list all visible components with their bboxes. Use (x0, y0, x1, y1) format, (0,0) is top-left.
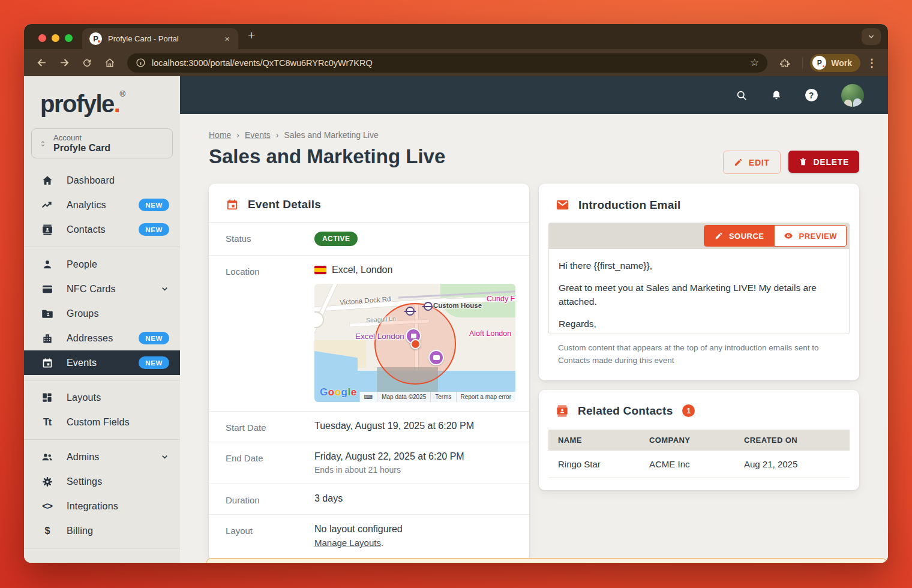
profile-chip[interactable]: P Work (810, 54, 860, 72)
duration-label: Duration (226, 493, 314, 505)
right-pane: ? Home › Events › Sales and Marketing Li… (180, 76, 888, 563)
close-window-button[interactable] (38, 34, 46, 42)
page-actions: EDIT DELETE (723, 151, 859, 174)
email-helper-text: Custom content that appears at the top o… (539, 334, 851, 380)
sidebar-item-label: Billing (67, 526, 169, 536)
layout-grid-icon (40, 392, 54, 403)
account-selector[interactable]: Account Profyle Card (31, 128, 173, 158)
sidebar-item-groups[interactable]: Groups (24, 301, 180, 326)
right-column: Introduction Email SOURCE (539, 184, 859, 490)
tab-search-chevron-button[interactable] (862, 28, 881, 45)
breadcrumb-events-link[interactable]: Events (245, 130, 271, 140)
gear-icon (40, 476, 54, 488)
sidebar-item-label: Events (67, 358, 126, 368)
location-map[interactable]: Victoria Dock Rd Seagull Ln Custom House… (314, 284, 515, 402)
edit-button[interactable]: EDIT (723, 151, 781, 174)
unfold-more-icon (39, 139, 47, 149)
sidebar-item-people[interactable]: People (24, 252, 180, 277)
sidebar-item-label: Analytics (67, 200, 126, 211)
logo-registered-mark: ® (119, 89, 125, 98)
notifications-button[interactable] (764, 83, 788, 107)
preview-button[interactable]: PREVIEW (775, 226, 846, 246)
sidebar-item-dashboard[interactable]: Dashboard (24, 168, 180, 193)
sidebar-item-addresses[interactable]: Addresses NEW (24, 326, 180, 350)
contact-created: Aug 21, 2025 (734, 451, 850, 478)
email-paragraph: Hi there {{first_name}}, (559, 259, 839, 272)
duration-row: Duration 3 days (209, 484, 529, 514)
sidebar-item-settings[interactable]: Settings (24, 469, 180, 494)
profile-label: Work (831, 58, 852, 68)
keyboard-shortcuts-icon[interactable]: ⌨ (359, 392, 377, 402)
help-button[interactable]: ? (799, 83, 823, 107)
table-row[interactable]: Ringo Star ACME Inc Aug 21, 2025 (548, 451, 850, 478)
sidebar-item-contacts[interactable]: Contacts NEW (24, 217, 180, 242)
status-label: Status (226, 232, 314, 246)
delete-button[interactable]: DELETE (788, 151, 859, 173)
profile-initial: P (817, 59, 822, 67)
help-icon: ? (805, 89, 818, 101)
start-date-label: Start Date (226, 421, 314, 433)
contact-name: Ringo Star (548, 451, 640, 478)
breadcrumb-separator: › (276, 130, 279, 140)
url-bar[interactable]: localhost:3000/portal/events/QxTC8wu6RYR… (127, 53, 767, 73)
credit-card-icon (40, 283, 54, 295)
sidebar-item-billing[interactable]: $ Billing (24, 518, 180, 543)
search-button[interactable] (730, 83, 754, 107)
reload-button[interactable] (77, 53, 97, 73)
extensions-button[interactable] (775, 53, 795, 73)
bookmark-star-icon[interactable]: ☆ (750, 56, 759, 69)
sidebar-item-label: Groups (67, 308, 169, 319)
left-column: Event Details Status ACTIVE Location (209, 184, 529, 561)
home-button[interactable] (100, 53, 120, 73)
back-button[interactable] (31, 53, 52, 73)
forward-arrow-icon (59, 57, 70, 68)
duration-value: 3 days (314, 493, 343, 505)
forward-button[interactable] (54, 53, 74, 73)
profile-avatar-dot (823, 65, 825, 68)
email-editor-toolbar: SOURCE PREVIEW (548, 223, 850, 249)
minimize-window-button[interactable] (52, 34, 59, 42)
sidebar-item-layouts[interactable]: Layouts (24, 385, 180, 410)
location-content: Excel, London (314, 265, 515, 402)
email-paragraph: Great to meet you at Sales and Marketing… (559, 281, 839, 308)
window-controls (24, 34, 82, 42)
breadcrumb-home-link[interactable]: Home (209, 130, 231, 140)
browser-tab[interactable]: P Profyle Card - Portal × (82, 28, 238, 49)
related-contacts-card: Related Contacts 1 NAME COMPANY CREATED … (539, 390, 859, 490)
map-terms-link[interactable]: Terms (430, 392, 455, 402)
site-info-icon[interactable] (136, 58, 146, 68)
map-attribution: ⌨ Map data ©2025 Terms Report a map erro… (359, 392, 515, 402)
start-date-row: Start Date Tuesday, August 19, 2025 at 6… (209, 411, 529, 442)
column-created-on: CREATED ON (734, 430, 850, 451)
tab-close-icon[interactable]: × (222, 34, 232, 44)
source-button-label: SOURCE (729, 232, 764, 241)
sidebar-item-label: Settings (67, 476, 169, 487)
browser-menu-button[interactable]: ⋮ (863, 56, 881, 70)
new-tab-button[interactable]: + (248, 28, 255, 43)
new-badge: NEW (139, 332, 169, 344)
source-button[interactable]: SOURCE (704, 226, 775, 246)
map-report-link[interactable]: Report a map error (456, 392, 515, 402)
user-avatar[interactable] (841, 84, 864, 107)
sidebar-divider (24, 548, 180, 548)
sidebar-item-integrations[interactable]: <> Integrations (24, 494, 180, 518)
sidebar-item-nfc-cards[interactable]: NFC Cards (24, 277, 180, 301)
sidebar-item-analytics[interactable]: Analytics NEW (24, 193, 180, 217)
email-body-editor[interactable]: Hi there {{first_name}}, Great to meet y… (548, 249, 850, 334)
end-date-label: End Date (226, 451, 314, 475)
sidebar-item-admins[interactable]: Admins (24, 445, 180, 469)
manage-layouts-link[interactable]: Manage Layouts (314, 538, 381, 548)
end-date-value: Friday, August 22, 2025 at 6:20 PM (314, 451, 464, 462)
logo-text: profyle (40, 91, 114, 117)
sidebar-item-custom-fields[interactable]: Tt Custom Fields (24, 410, 180, 434)
sidebar-item-label: Contacts (67, 224, 126, 235)
account-label: Account (53, 133, 110, 142)
browser-toolbar: localhost:3000/portal/events/QxTC8wu6RYR… (24, 49, 888, 76)
sidebar-divider (24, 380, 180, 380)
url-text[interactable]: localhost:3000/portal/events/QxTC8wu6RYR… (152, 58, 744, 68)
tab-favicon-icon: P (89, 32, 102, 45)
breadcrumb-current: Sales and Marketing Live (284, 130, 379, 140)
map-label-park: Cundy F (487, 295, 515, 303)
maximize-window-button[interactable] (65, 34, 73, 42)
sidebar-item-events[interactable]: Events NEW (24, 350, 180, 375)
